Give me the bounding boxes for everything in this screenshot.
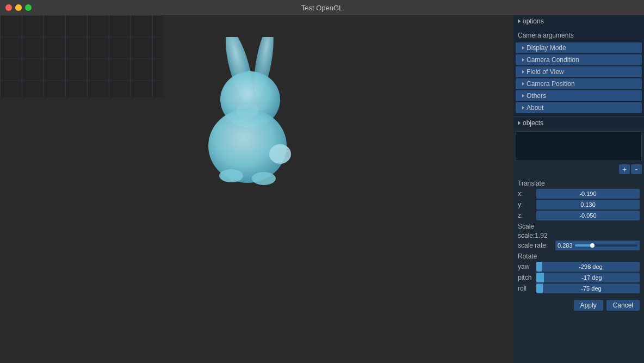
objects-label: objects (523, 119, 543, 127)
field-of-view-label: Field of View (527, 68, 564, 76)
rotate-pitch-label: pitch (518, 274, 534, 281)
field-of-view-row[interactable]: Field of View (516, 66, 642, 77)
about-row[interactable]: About (516, 102, 642, 113)
camera-position-label: Camera Position (527, 80, 575, 88)
options-section: options Camera arguments Display Mode Ca… (513, 15, 644, 117)
translate-x-row: x: (518, 189, 640, 199)
rotate-roll-thumb (536, 284, 543, 293)
bottom-buttons: Apply Cancel (513, 297, 644, 314)
rotate-pitch-row: pitch -17 deg (518, 273, 640, 282)
translate-z-row: z: (518, 211, 640, 220)
scale-rate-value: 0.283 (558, 242, 573, 249)
translate-z-label: z: (518, 212, 534, 219)
rotate-yaw-row: yaw -298 deg (518, 262, 640, 272)
display-mode-row[interactable]: Display Mode (516, 42, 642, 53)
close-button[interactable] (5, 4, 12, 11)
scale-rate-control[interactable]: 0.283 (555, 241, 640, 250)
translate-y-label: y: (518, 201, 534, 208)
rotate-pitch-thumb (536, 273, 544, 282)
display-mode-label: Display Mode (527, 44, 566, 52)
camera-condition-icon (522, 58, 524, 61)
scale-label: Scale (518, 223, 640, 230)
objects-section: objects + - Translate x: y: z: (513, 117, 644, 363)
others-label: Others (527, 92, 546, 100)
minimize-button[interactable] (15, 4, 22, 11)
camera-condition-row[interactable]: Camera Condition (516, 54, 642, 65)
rotate-yaw-control[interactable]: -298 deg (536, 262, 640, 272)
translate-y-input[interactable] (536, 200, 640, 210)
rotate-roll-row: roll -75 deg (518, 284, 640, 293)
rotate-roll-value: -75 deg (543, 285, 640, 292)
scale-value: scale:1.92 (518, 232, 640, 239)
translate-x-label: x: (518, 190, 534, 198)
svg-point-51 (219, 169, 243, 182)
add-object-button[interactable]: + (619, 164, 630, 174)
translate-y-row: y: (518, 200, 640, 210)
window-controls[interactable] (5, 4, 32, 11)
about-icon (522, 106, 524, 109)
bunny-3d (185, 37, 315, 195)
rotate-roll-label: roll (518, 285, 534, 292)
svg-rect-1 (0, 15, 163, 97)
options-header[interactable]: options (513, 15, 644, 27)
objects-controls: + - (513, 163, 644, 175)
objects-header[interactable]: objects (513, 117, 644, 129)
about-label: About (527, 104, 543, 112)
options-expand-icon (518, 19, 521, 23)
options-content: Camera arguments Display Mode Camera Con… (513, 27, 644, 116)
rotate-yaw-label: yaw (518, 263, 534, 270)
right-panel: options Camera arguments Display Mode Ca… (513, 15, 644, 363)
title-bar: Test OpenGL (0, 0, 644, 15)
transform-section: Translate x: y: z: Scale scale:1.92 scal… (513, 175, 644, 297)
grid-canvas (0, 15, 163, 97)
maximize-button[interactable] (25, 4, 32, 11)
field-of-view-icon (522, 70, 524, 73)
scale-rate-label: scale rate: (518, 242, 553, 249)
objects-expand-icon (518, 121, 521, 125)
camera-position-row[interactable]: Camera Position (516, 78, 642, 89)
svg-point-53 (237, 102, 258, 119)
viewport[interactable] (0, 15, 513, 363)
display-mode-icon (522, 46, 524, 50)
translate-x-input[interactable] (536, 189, 640, 199)
camera-arguments-label: Camera arguments (513, 29, 644, 41)
rotate-yaw-value: -298 deg (542, 263, 640, 270)
apply-button[interactable]: Apply (574, 300, 603, 311)
camera-condition-label: Camera Condition (527, 56, 579, 64)
rotate-roll-control[interactable]: -75 deg (536, 284, 640, 293)
svg-point-50 (269, 144, 291, 164)
scale-rate-slider-track[interactable] (575, 244, 637, 247)
translate-label: Translate (518, 180, 640, 187)
rotate-pitch-control[interactable]: -17 deg (536, 273, 640, 282)
cancel-button[interactable]: Cancel (606, 300, 640, 311)
others-icon (522, 94, 524, 97)
scale-rate-row: scale rate: 0.283 (518, 241, 640, 250)
others-row[interactable]: Others (516, 90, 642, 101)
rotate-label: Rotate (518, 253, 640, 260)
objects-list[interactable] (516, 131, 642, 161)
svg-point-52 (252, 172, 276, 185)
main-content: options Camera arguments Display Mode Ca… (0, 15, 644, 363)
options-label: options (523, 17, 544, 25)
remove-object-button[interactable]: - (631, 164, 642, 174)
camera-position-icon (522, 82, 524, 85)
window-title: Test OpenGL (301, 4, 343, 12)
rotate-pitch-value: -17 deg (544, 274, 640, 281)
translate-z-input[interactable] (536, 211, 640, 220)
scale-rate-slider-thumb (590, 243, 595, 248)
rotate-yaw-thumb (536, 262, 542, 272)
